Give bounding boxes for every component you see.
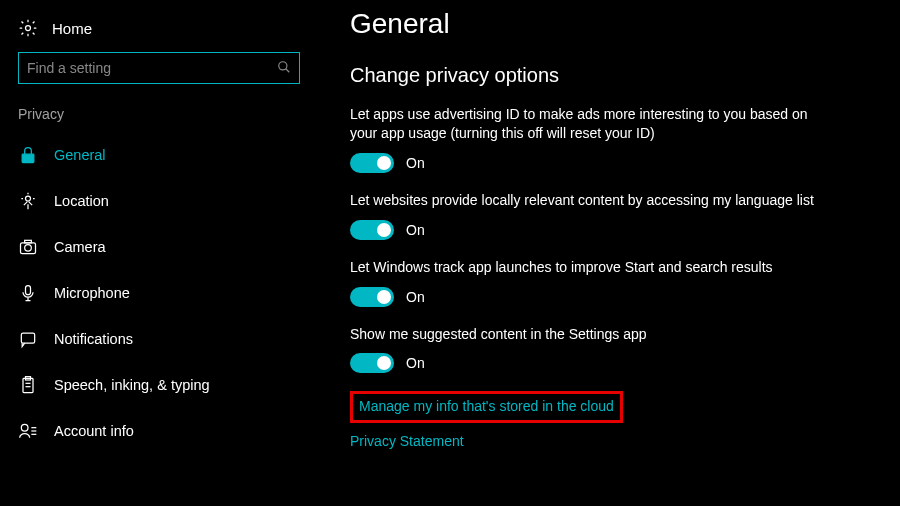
sidebar-item-label: Speech, inking, & typing [54,377,210,393]
home-label: Home [52,20,92,37]
link-manage-cloud-info[interactable]: Manage my info that's stored in the clou… [359,398,614,414]
main-content: General Change privacy options Let apps … [320,0,900,506]
svg-rect-8 [26,286,31,295]
notifications-icon [18,329,38,349]
sidebar-item-microphone[interactable]: Microphone [0,270,320,316]
svg-rect-9 [21,333,34,343]
sidebar: Home Privacy General Location Came [0,0,320,506]
sidebar-item-label: Camera [54,239,106,255]
sidebar-item-account-info[interactable]: Account info [0,408,320,454]
sidebar-item-label: Location [54,193,109,209]
toggle-row: On [350,353,830,373]
link-privacy-statement[interactable]: Privacy Statement [350,433,464,449]
search-container [18,52,302,84]
toggle-state-label: On [406,355,425,371]
gear-icon [18,18,38,38]
toggle-switch[interactable] [350,287,394,307]
svg-point-0 [26,26,31,31]
sidebar-item-general[interactable]: General [0,132,320,178]
toggle-switch[interactable] [350,353,394,373]
option-desc: Let Windows track app launches to improv… [350,258,830,277]
svg-point-6 [25,245,32,252]
option-desc: Show me suggested content in the Setting… [350,325,830,344]
sidebar-item-speech[interactable]: Speech, inking, & typing [0,362,320,408]
account-icon [18,421,38,441]
home-nav[interactable]: Home [0,10,320,52]
highlight-annotation: Manage my info that's stored in the clou… [350,391,623,423]
toggle-switch[interactable] [350,153,394,173]
sidebar-item-label: Notifications [54,331,133,347]
sidebar-item-location[interactable]: Location [0,178,320,224]
sidebar-section-label: Privacy [0,106,320,132]
camera-icon [18,237,38,257]
option-suggested-content: Show me suggested content in the Setting… [350,325,830,374]
toggle-state-label: On [406,155,425,171]
sidebar-item-camera[interactable]: Camera [0,224,320,270]
toggle-state-label: On [406,289,425,305]
links-section: Manage my info that's stored in the clou… [350,391,860,467]
page-title: General [350,8,860,40]
search-input[interactable] [27,60,277,76]
option-desc: Let apps use advertising ID to make ads … [350,105,830,143]
option-language-list: Let websites provide locally relevant co… [350,191,830,240]
svg-point-14 [21,424,28,431]
toggle-row: On [350,287,830,307]
location-icon [18,191,38,211]
search-icon [277,60,291,77]
sidebar-item-label: Microphone [54,285,130,301]
clipboard-icon [18,375,38,395]
toggle-row: On [350,220,830,240]
svg-line-2 [286,68,290,72]
lock-icon [18,145,38,165]
svg-point-1 [279,61,287,69]
search-box[interactable] [18,52,300,84]
option-track-launches: Let Windows track app launches to improv… [350,258,830,307]
svg-rect-3 [22,154,34,162]
svg-rect-7 [25,240,32,243]
toggle-switch[interactable] [350,220,394,240]
sidebar-item-label: Account info [54,423,134,439]
svg-point-4 [26,196,31,201]
sidebar-item-label: General [54,147,106,163]
option-desc: Let websites provide locally relevant co… [350,191,830,210]
section-heading: Change privacy options [350,64,860,87]
toggle-row: On [350,153,830,173]
sidebar-item-notifications[interactable]: Notifications [0,316,320,362]
microphone-icon [18,283,38,303]
option-advertising-id: Let apps use advertising ID to make ads … [350,105,830,173]
sidebar-nav: General Location Camera Microphone Notif… [0,132,320,454]
toggle-state-label: On [406,222,425,238]
